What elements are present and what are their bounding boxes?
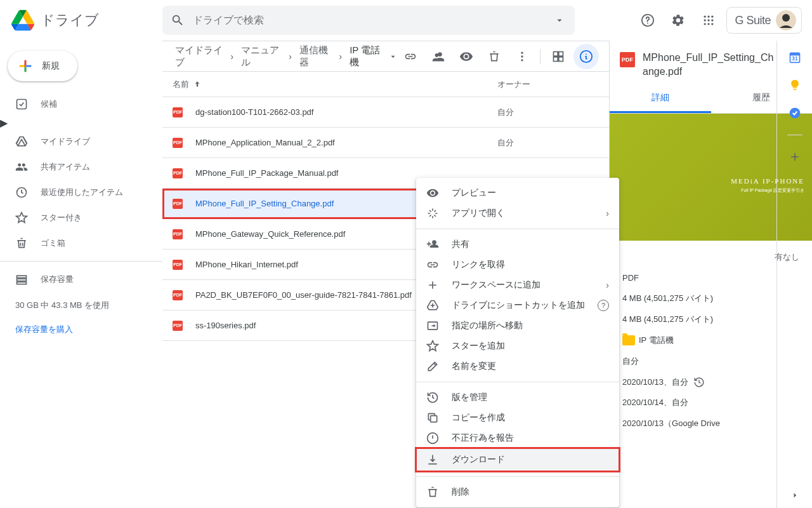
share-icon[interactable] — [426, 44, 451, 69]
star-icon — [15, 211, 28, 224]
svg-point-3 — [708, 16, 710, 18]
detail-disk-size: 4 MB (4,501,275 バイト) — [622, 313, 799, 326]
tab-detail[interactable]: 詳細 — [610, 84, 711, 113]
delete-icon[interactable] — [481, 44, 507, 69]
menu-star[interactable]: スターを追加 — [416, 336, 619, 356]
svg-text:31: 31 — [792, 55, 798, 62]
detail-created: 2020/10/13（Google Drive — [622, 417, 799, 431]
sidebar-item-mydrive[interactable]: マイドライブ — [0, 129, 152, 154]
trash-icon — [426, 486, 439, 498]
sidebar-item-label: スター付き — [41, 212, 82, 224]
chevron-right-icon: › — [606, 280, 609, 290]
info-icon[interactable] — [573, 44, 599, 69]
avatar[interactable] — [776, 10, 796, 30]
apps-grid-icon[interactable] — [696, 8, 721, 33]
chevron-down-icon[interactable] — [388, 51, 398, 62]
plus-icon — [16, 57, 34, 75]
pdf-icon: PDF — [173, 260, 183, 270]
menu-add-workspace[interactable]: ワークスペースに追加 › — [416, 275, 619, 295]
breadcrumb-item[interactable]: マイドライブ — [173, 43, 225, 70]
sidebar-item-label: マイドライブ — [41, 136, 90, 147]
eye-icon — [426, 187, 439, 199]
sidebar-item-recent[interactable]: 最近使用したアイテム — [0, 180, 152, 205]
header-actions: G Suite — [635, 7, 807, 34]
menu-copy[interactable]: コピーを作成 — [416, 408, 619, 428]
report-icon — [426, 432, 439, 444]
svg-rect-22 — [559, 57, 563, 61]
file-name: MPhone_Application_Manual_2_2.pdf — [195, 138, 497, 147]
sidebar-item-trash[interactable]: ゴミ箱 — [0, 231, 152, 256]
chevron-right-icon: › — [228, 51, 236, 62]
shortcut-icon — [426, 299, 439, 312]
sidebar-item-label: 候補 — [41, 98, 57, 110]
help-icon[interactable] — [635, 8, 660, 33]
column-name[interactable]: 名前 — [173, 79, 497, 90]
file-row[interactable]: PDFMPhone_Application_Manual_2_2.pdf自分 — [162, 128, 609, 158]
copy-icon — [426, 411, 439, 424]
buy-storage-link[interactable]: 保存容量を購入 — [0, 319, 162, 340]
calendar-icon[interactable]: 31 — [789, 51, 801, 64]
file-row[interactable]: PDFdg-station100-T101-2662-03.pdf自分 — [162, 97, 609, 128]
help-icon[interactable]: ? — [598, 300, 609, 311]
svg-rect-21 — [554, 57, 558, 61]
link-icon[interactable] — [398, 44, 423, 69]
menu-report[interactable]: 不正行為を報告 — [416, 428, 619, 448]
sidebar-item-shared[interactable]: 共有アイテム — [0, 154, 152, 180]
clock-icon — [15, 186, 28, 199]
menu-add-shortcut[interactable]: ドライブにショートカットを追加 ? — [416, 295, 619, 316]
storage-icon — [15, 273, 28, 286]
menu-preview[interactable]: プレビュー — [416, 183, 619, 203]
breadcrumb-item[interactable]: マニュアル — [239, 43, 284, 70]
person-add-icon — [426, 238, 439, 251]
menu-download[interactable]: ダウンロード — [416, 448, 619, 471]
preview-icon[interactable] — [454, 44, 479, 69]
sidebar-item-priority[interactable]: 候補 — [0, 91, 152, 117]
menu-get-link[interactable]: リンクを取得 — [416, 255, 619, 275]
pdf-icon: PDF — [173, 229, 183, 239]
file-owner: 自分 — [497, 107, 599, 118]
search-icon[interactable] — [170, 13, 185, 28]
menu-open-with[interactable]: アプリで開く › — [416, 203, 619, 224]
sidebar-item-starred[interactable]: スター付き — [0, 205, 152, 231]
sidebar-item-label: 保存容量 — [41, 274, 74, 285]
menu-move[interactable]: 指定の場所へ移動 — [416, 316, 619, 336]
svg-point-6 — [708, 19, 710, 21]
search-dropdown-icon[interactable] — [552, 13, 567, 28]
menu-rename[interactable]: 名前を変更 — [416, 356, 619, 377]
sort-asc-icon — [193, 80, 202, 89]
sidebar-item-storage[interactable]: 保存容量 — [0, 267, 152, 292]
add-icon[interactable] — [789, 150, 801, 163]
new-button[interactable]: 新規 — [8, 51, 77, 81]
breadcrumb-item[interactable]: 通信機器 — [297, 43, 334, 70]
breadcrumb-item-current[interactable]: IP 電話機 — [347, 43, 386, 70]
pencil-icon — [426, 360, 439, 373]
search-input[interactable] — [193, 15, 544, 26]
grid-view-icon[interactable] — [546, 44, 571, 69]
expand-icon[interactable]: ▶ — [0, 117, 8, 128]
gsuite-badge[interactable]: G Suite — [726, 7, 802, 34]
more-icon[interactable] — [509, 44, 535, 69]
svg-rect-15 — [17, 282, 27, 284]
menu-versions[interactable]: 版を管理 — [416, 387, 619, 408]
menu-delete[interactable]: 削除 — [416, 482, 619, 502]
pdf-icon: PDF — [173, 199, 183, 209]
history-icon[interactable] — [693, 377, 705, 388]
pdf-icon: PDF — [173, 290, 183, 300]
side-rail: 31 — [776, 41, 812, 508]
list-header: 名前 オーナー — [162, 72, 609, 97]
tasks-icon[interactable] — [789, 107, 801, 119]
search-bar[interactable] — [162, 6, 575, 35]
settings-icon[interactable] — [665, 8, 691, 33]
pdf-icon: PDF — [173, 138, 183, 148]
sidebar-item-label: ゴミ箱 — [41, 237, 65, 249]
folder-icon — [622, 335, 635, 345]
collapse-rail-icon[interactable] — [782, 483, 808, 508]
drive-logo-icon[interactable] — [10, 8, 36, 33]
keep-icon[interactable] — [789, 79, 801, 91]
svg-point-9 — [708, 23, 710, 25]
column-owner[interactable]: オーナー — [497, 79, 599, 90]
menu-share[interactable]: 共有 — [416, 234, 619, 255]
pdf-icon: PDF — [620, 52, 635, 67]
detail-location[interactable]: IP 電話機 — [622, 334, 674, 347]
context-menu: プレビュー アプリで開く › 共有 リンクを取得 ワークスペースに追加 › ドラ… — [416, 178, 619, 507]
